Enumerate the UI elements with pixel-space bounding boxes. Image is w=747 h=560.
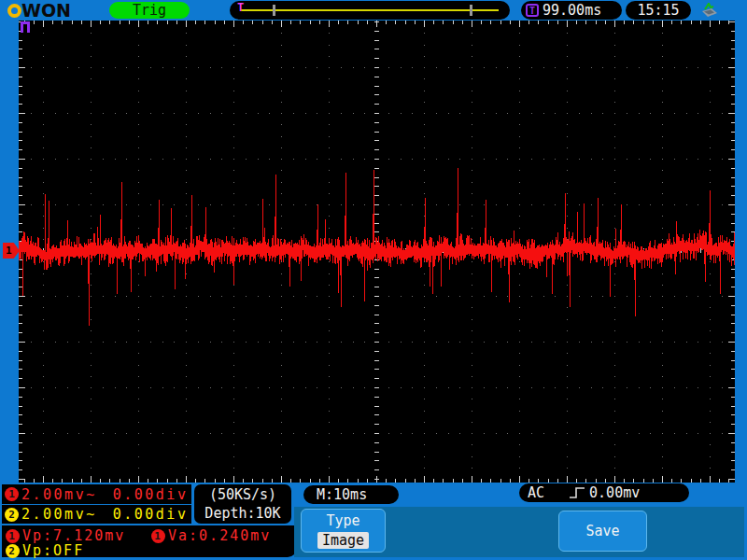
memory-depth: Depth:10K: [204, 504, 280, 523]
window-left-bracket: [273, 5, 275, 16]
trigger-position-marker: T: [237, 1, 244, 14]
channel2-info-box: 2 2.00mv~ 0.00div: [2, 505, 191, 524]
owon-logo: WON: [7, 1, 71, 20]
clock-badge: 15:15: [626, 1, 691, 20]
channel1-level-marker: 1: [3, 243, 20, 259]
measure-ch1-badge: 1: [6, 529, 20, 543]
measure-ch1-va: Va:0.240mv: [168, 527, 271, 544]
trigger-time-badge: T 99.00ms: [521, 1, 622, 20]
channel1-offset: 0.00div: [113, 486, 189, 503]
measure-ch2-vp: Vp:OFF: [22, 542, 84, 559]
usb-storage-icon: [698, 3, 719, 20]
trigger-time-value: 99.00ms: [543, 2, 601, 19]
measure-ch1-badge-2: 1: [151, 529, 165, 543]
type-selected-value: Image: [317, 532, 369, 549]
save-button[interactable]: Save: [558, 511, 647, 552]
owon-logo-o-icon: [7, 4, 21, 18]
channel2-scale: 2.00mv~: [21, 506, 97, 523]
record-position-bar: T: [230, 1, 510, 20]
waveform-display: [19, 21, 735, 483]
window-right-bracket: [470, 5, 472, 16]
oscilloscope-screen: WON Trig T T 99.00ms 15:15 1 1 2.00mv~ 0…: [0, 0, 747, 560]
acquisition-info-box: (50KS/s) Depth:10K: [194, 484, 291, 524]
channel1-scale: 2.00mv~: [21, 486, 97, 503]
trigger-t-icon: T: [526, 4, 539, 17]
save-label: Save: [585, 523, 619, 539]
type-label: Type: [326, 512, 359, 529]
measure-ch2-badge: 2: [6, 544, 20, 558]
timebase-badge: M:10ms: [303, 485, 399, 504]
owon-logo-text: WON: [21, 2, 71, 19]
measurement-box: 1 Vp:7.120mv 1 Va:0.240mv 2 Vp:OFF: [2, 525, 297, 557]
rising-edge-icon: [569, 485, 585, 500]
channel1-badge: 1: [5, 487, 19, 501]
channel2-offset: 0.00div: [113, 506, 189, 523]
record-length-line: [241, 9, 499, 11]
trigger-status-badge: Trig: [109, 2, 190, 19]
sample-rate: (50KS/s): [209, 485, 276, 504]
trigger-coupling: AC: [528, 484, 544, 501]
channel1-info-box: 1 2.00mv~ 0.00div: [2, 484, 191, 504]
trigger-horizontal-marker-icon: [21, 21, 30, 33]
trigger-settings-badge: AC 0.00mv: [519, 483, 689, 502]
type-menu-button[interactable]: Type Image: [301, 509, 386, 553]
waveform-canvas: [19, 21, 735, 483]
channel2-badge: 2: [5, 508, 19, 522]
trigger-level-value: 0.00mv: [589, 484, 640, 501]
